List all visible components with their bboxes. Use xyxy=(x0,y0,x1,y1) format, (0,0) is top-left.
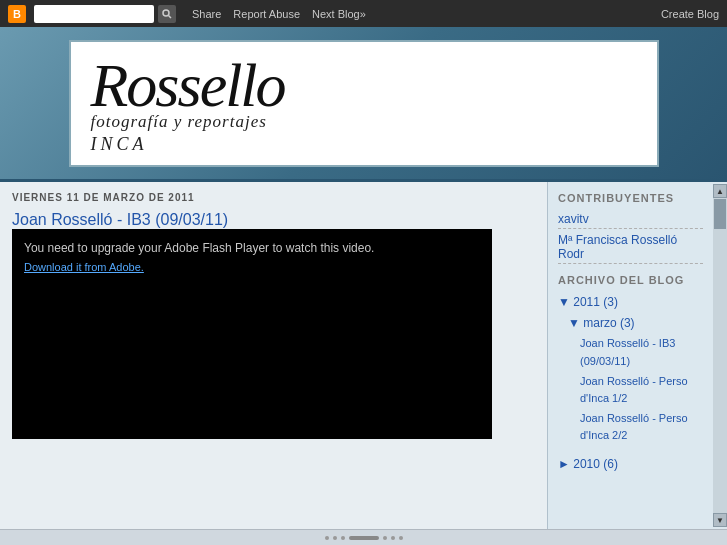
vertical-scrollbar: ▲ ▼ xyxy=(713,182,727,529)
scroll-down-button[interactable]: ▼ xyxy=(713,513,727,527)
post-title-link[interactable]: Joan Rosselló - IB3 (09/03/11) xyxy=(12,211,228,228)
site-logo-main: Rossello xyxy=(91,54,637,116)
archive-year-2011[interactable]: ▼ 2011 (3) xyxy=(558,292,703,313)
archive-month-march[interactable]: ▼ marzo (3) xyxy=(558,313,703,334)
video-embed: You need to upgrade your Adobe Flash Pla… xyxy=(12,229,492,439)
site-banner: Rossello fotografía y reportajes INCA xyxy=(0,27,727,182)
archive-post-2[interactable]: Joan Rosselló - Perso d'Inca 2/2 xyxy=(558,409,703,446)
contributors-title: CONTRIBUYENTES xyxy=(558,192,703,204)
search-input[interactable] xyxy=(34,5,154,23)
next-blog-link[interactable]: Next Blog» xyxy=(308,6,370,22)
site-logo-subtitle: fotografía y reportajes xyxy=(91,112,637,132)
contributor-link-1[interactable]: Mª Francisca Rosselló Rodr xyxy=(558,231,703,264)
scroll-thumb[interactable] xyxy=(714,199,726,229)
svg-point-0 xyxy=(163,10,169,16)
svg-line-1 xyxy=(169,15,172,18)
archive-post-1[interactable]: Joan Rosselló - Perso d'Inca 1/2 xyxy=(558,372,703,409)
video-upgrade-message: You need to upgrade your Adobe Flash Pla… xyxy=(24,241,374,255)
bottom-bar xyxy=(0,529,727,545)
blogger-logo: B xyxy=(8,5,26,23)
archive-title: ARCHIVO DEL BLOG xyxy=(558,274,703,286)
contributor-link-0[interactable]: xavitv xyxy=(558,210,703,229)
report-abuse-link[interactable]: Report Abuse xyxy=(229,6,304,22)
horizontal-scroll-indicator xyxy=(325,536,403,540)
share-link[interactable]: Share xyxy=(188,6,225,22)
search-icon[interactable] xyxy=(158,5,176,23)
sidebar: CONTRIBUYENTES xavitv Mª Francisca Rosse… xyxy=(548,182,713,529)
main-content: VIERNES 11 DE MARZO DE 2011 Joan Rossell… xyxy=(0,182,548,529)
navbar: B Share Report Abuse Next Blog» Create B… xyxy=(0,0,727,27)
create-blog-link[interactable]: Create Blog xyxy=(661,8,719,20)
adobe-download-link[interactable]: Download it from Adobe. xyxy=(24,261,144,273)
banner-inner: Rossello fotografía y reportajes INCA xyxy=(69,40,659,167)
scroll-track xyxy=(713,198,727,513)
site-logo-inca: INCA xyxy=(91,134,637,155)
scroll-up-button[interactable]: ▲ xyxy=(713,184,727,198)
archive-post-0[interactable]: Joan Rosselló - IB3 (09/03/11) xyxy=(558,334,703,371)
archive-year-2010[interactable]: ► 2010 (6) xyxy=(558,454,703,475)
post-date: VIERNES 11 DE MARZO DE 2011 xyxy=(12,192,535,203)
